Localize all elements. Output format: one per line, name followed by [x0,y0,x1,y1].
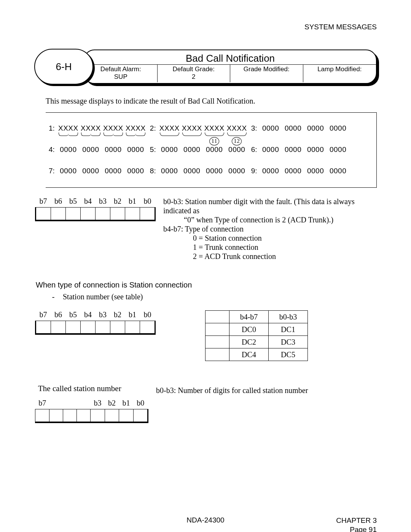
bit-label [77,399,91,409]
bit-label: b7 [36,310,51,321]
called-note: b0-b3: Number of digits for called stati… [156,386,308,395]
frame-label: 8: [150,167,156,175]
frame-word: 0000 [283,167,304,175]
message-title: Bad Call Notification [84,53,376,64]
bit-label: b7 [35,399,49,409]
message-title-card: Bad Call Notification Default Alarm: SUP… [84,50,377,84]
reference-circle: 12 [232,137,242,145]
data-frame: 1:XXXXXXXXXXXXXXXX2:XXXXXXXXXXXX11XXXX12… [46,112,377,188]
intro-text: This message displays to indicate the re… [46,97,377,105]
dc-header: b4-b7 [229,311,269,323]
cell-default-grade: Default Grade: 2 [158,65,231,82]
note-line: 1 = Trunk connection [193,243,377,252]
frame-word: 0000 [125,167,146,175]
frame-row: 1:XXXXXXXXXXXXXXXX2:XXXXXXXXXXXX11XXXX12… [46,124,376,133]
frame-word: 0000 [103,145,124,154]
bit-label: b0 [133,399,148,409]
bit-label: b2 [105,399,119,409]
frame-label: 4: [49,145,55,154]
frame-word: 0000 [260,145,281,154]
bit-label: b7 [36,197,51,208]
bit-label [63,399,77,409]
footer-page: Page 91 [350,526,377,532]
note-line: b4-b7: Type of connection [163,225,244,233]
frame-word: 0000 [328,124,349,133]
dc-cell: DC1 [269,323,308,336]
dc-table: b4-b7 b0-b3 DC0DC1DC2DC3DC4DC5 [205,310,308,361]
cell-grade-modified: Grade Modified: [230,65,303,82]
reference-circle: 11 [209,137,219,145]
frame-group: 6:0000000000000000 [251,145,349,154]
section-subtitle-text: Station number (see table) [63,292,143,301]
byte-table: b7b6b5b4b3b2b1b0 [35,310,156,335]
bit-label: b3 [91,399,105,409]
frame-word: 0000 [283,124,304,133]
footer-right: CHAPTER 3 Page 91 Issue 1 [336,516,377,532]
bit-label: b4 [81,310,96,321]
frame-group: 5:0000000000000000 [150,145,247,154]
byte-notes: b0-b3: Station number digit with the fau… [163,197,377,261]
frame-group: 3:0000000000000000 [251,124,349,133]
frame-group: 2:XXXXXXXXXXXX11XXXX12 [150,124,247,133]
bit-label: b2 [110,310,125,321]
frame-word: 0000 [305,167,326,175]
frame-word: 0000 [182,145,202,154]
bit-label: b0 [140,310,155,321]
bit-label: b2 [110,197,125,208]
bit-label: b5 [66,310,81,321]
bit-label: b1 [119,399,133,409]
frame-word: XXXX [125,124,146,133]
frame-word: 0000 [103,167,124,175]
note-line: 2 = ACD Trunk connection [193,252,377,261]
dc-row-label [206,323,229,336]
frame-label: 7: [49,167,55,175]
footer-center: NDA-24300 [34,516,377,524]
value-default-alarm: SUP [114,73,127,80]
value-default-grade: 2 [192,73,195,80]
dc-header: b0-b3 [269,311,308,323]
bit-label: b5 [66,197,81,208]
frame-label: 3: [251,124,257,133]
frame-label: 9: [251,167,257,175]
frame-word: XXXX [80,124,101,133]
frame-label: 5: [150,145,156,154]
dc-row-label [206,336,229,348]
frame-word: 0000 [159,145,180,154]
bit-label: b3 [96,310,110,321]
byte-section-3: The called station number b7b3b2b1b0 b0-… [34,384,377,423]
bit-label: b4 [81,197,96,208]
frame-group: 9:0000000000000000 [251,167,349,175]
frame-word: 0000 [58,145,79,154]
frame-group: 7:0000000000000000 [49,167,146,175]
frame-row: 4:00000000000000005:00000000000000006:00… [46,145,376,154]
byte-table: b7b3b2b1b0 [35,399,148,423]
running-header: SYSTEM MESSAGES [34,23,377,31]
bit-label: b1 [125,197,140,208]
footer-chapter: CHAPTER 3 [336,516,377,524]
cell-lamp-modified: Lamp Modified: [303,65,376,82]
dc-cell: DC4 [229,348,269,361]
bit-label: b3 [96,197,110,208]
frame-group: 8:0000000000000000 [150,167,247,175]
label-default-alarm: Default Alarm: [100,66,141,73]
frame-word: 0000 [305,124,326,133]
dc-cell: DC3 [269,336,308,348]
frame-word: 0000 [226,167,247,175]
bit-label: b6 [51,310,66,321]
frame-word: 0000 [204,167,225,175]
frame-word: 0000 [328,167,349,175]
frame-word: 0000 [226,145,247,154]
page: SYSTEM MESSAGES Bad Call Notification De… [0,0,411,532]
bit-label: b1 [125,310,140,321]
label-lamp-modified: Lamp Modified: [317,66,362,73]
frame-word: 0000 [80,145,101,154]
dc-cell: DC5 [269,348,308,361]
dash: - [46,292,61,301]
frame-word: XXXX [103,124,124,133]
frame-word: 0000 [125,145,146,154]
bit-label: b6 [51,197,66,208]
frame-label: 6: [251,145,257,154]
dc-cell: DC0 [229,323,269,336]
bit-label: b0 [140,197,155,208]
bit-label [49,399,63,409]
